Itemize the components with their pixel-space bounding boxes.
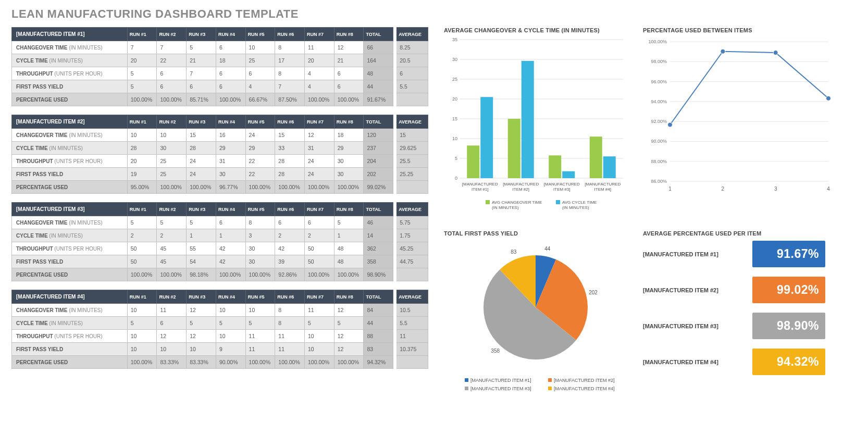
item-name: [MANUFACTURED ITEM #1] [11,27,128,41]
svg-text:92.00%: 92.00% [651,119,667,124]
svg-rect-28 [590,136,602,178]
svg-text:100.00%: 100.00% [648,39,667,44]
svg-text:88.00%: 88.00% [651,159,667,164]
svg-rect-16 [467,145,479,178]
svg-point-58 [668,122,673,127]
svg-rect-25 [562,171,575,178]
svg-text:83: 83 [511,249,517,255]
svg-text:15: 15 [452,116,457,121]
line-chart-svg: 86.00%88.00%90.00%92.00%94.00%96.00%98.0… [643,38,837,194]
svg-rect-66 [465,378,468,382]
svg-text:358: 358 [491,348,500,354]
svg-text:35: 35 [452,38,457,42]
svg-rect-17 [480,97,493,178]
svg-rect-32 [486,200,490,204]
svg-text:0: 0 [455,176,457,181]
svg-text:5: 5 [455,156,457,161]
item-table-2: [MANUFACTURED ITEM #2]RUN #1RUN #2RUN #3… [11,115,428,194]
svg-text:[MANUFACTURED ITEM #1]: [MANUFACTURED ITEM #1] [470,378,531,383]
kpi-tile-4: 94.32% [752,349,825,375]
svg-rect-70 [465,387,468,390]
svg-text:ITEM #1]: ITEM #1] [472,187,488,192]
kpi-tile-2: 99.02% [752,277,825,303]
bar-chart: AVERAGE CHANGEOVER & CYCLE TIME (IN MINU… [444,27,627,215]
svg-text:4: 4 [827,186,830,192]
svg-text:(IN MINUTES): (IN MINUTES) [492,205,519,210]
svg-rect-20 [508,119,520,178]
svg-point-60 [773,51,778,55]
svg-text:30: 30 [452,57,457,62]
item-table-3: [MANUFACTURED ITEM #3]RUN #1RUN #2RUN #3… [11,202,428,281]
svg-point-61 [826,96,831,101]
item-table-4: [MANUFACTURED ITEM #4]RUN #1RUN #2RUN #3… [11,290,428,369]
kpi-tile-1: 91.67% [752,241,825,267]
pie-chart-title: TOTAL FIRST PASS YIELD [444,230,627,237]
svg-rect-72 [548,387,552,390]
item-name: [MANUFACTURED ITEM #2] [11,115,128,129]
svg-text:ITEM #4]: ITEM #4] [594,187,611,192]
item-name: [MANUFACTURED ITEM #3] [11,202,128,216]
pie-chart-svg: 4420235883[MANUFACTURED ITEM #1][MANUFAC… [444,241,627,397]
svg-text:20: 20 [452,96,457,102]
kpi-tile-3: 98.90% [752,313,825,339]
svg-rect-24 [549,155,561,178]
kpi-label-3: [MANUFACTURED ITEM #3] [643,323,742,329]
line-chart-title: PERCENTAGE USED BETWEEN ITEMS [643,27,837,33]
kpi-label-1: [MANUFACTURED ITEM #1] [643,251,742,257]
pie-chart: TOTAL FIRST PASS YIELD 4420235883[MANUFA… [444,230,627,397]
svg-text:[MANUFACTURED: [MANUFACTURED [462,182,498,187]
svg-text:[MANUFACTURED: [MANUFACTURED [585,182,621,187]
svg-text:94.00%: 94.00% [651,99,667,104]
svg-text:AVG CYCLE TIME: AVG CYCLE TIME [562,200,597,205]
kpi-label-4: [MANUFACTURED ITEM #4] [643,359,742,365]
svg-text:(IN MINUTES): (IN MINUTES) [562,205,589,210]
svg-text:44: 44 [544,246,551,252]
svg-text:[MANUFACTURED ITEM #2]: [MANUFACTURED ITEM #2] [554,378,615,383]
svg-text:[MANUFACTURED ITEM #4]: [MANUFACTURED ITEM #4] [554,386,615,391]
tables-column: [MANUFACTURED ITEM #1]RUN #1RUN #2RUN #3… [11,27,428,397]
svg-text:2: 2 [722,186,725,192]
bar-chart-title: AVERAGE CHANGEOVER & CYCLE TIME (IN MINU… [444,27,627,33]
svg-text:86.00%: 86.00% [651,179,667,184]
dashboard-layout: [MANUFACTURED ITEM #1]RUN #1RUN #2RUN #3… [11,27,857,397]
svg-rect-35 [556,200,560,204]
svg-text:AVG CHANGEOVER TIME: AVG CHANGEOVER TIME [492,200,542,205]
svg-text:90.00%: 90.00% [651,139,667,144]
page-title: LEAN MANUFACTURING DASHBOARD TEMPLATE [11,7,857,21]
kpi-title: AVERAGE PERCENTAGE USED PER ITEM [643,230,837,237]
svg-text:202: 202 [589,290,598,295]
svg-text:3: 3 [774,186,777,192]
bar-chart-svg: 05101520253035[MANUFACTUREDITEM #1][MANU… [444,38,627,215]
svg-rect-21 [522,61,534,178]
svg-text:98.00%: 98.00% [651,59,667,64]
svg-text:96.00%: 96.00% [651,79,667,84]
kpi-label-2: [MANUFACTURED ITEM #2] [643,287,742,293]
svg-text:10: 10 [452,136,457,141]
svg-text:[MANUFACTURED: [MANUFACTURED [544,182,580,187]
item-name: [MANUFACTURED ITEM #4] [11,290,128,304]
charts-column: AVERAGE CHANGEOVER & CYCLE TIME (IN MINU… [444,27,857,397]
svg-point-59 [721,49,725,54]
svg-text:1: 1 [668,186,672,192]
svg-text:[MANUFACTURED: [MANUFACTURED [503,182,539,187]
svg-text:ITEM #2]: ITEM #2] [513,187,529,192]
svg-rect-29 [603,156,616,178]
item-table-1: [MANUFACTURED ITEM #1]RUN #1RUN #2RUN #3… [11,27,428,106]
svg-rect-68 [548,378,552,382]
svg-text:25: 25 [452,77,457,82]
kpi-block: AVERAGE PERCENTAGE USED PER ITEM [MANUFA… [643,230,837,397]
svg-text:ITEM #3]: ITEM #3] [553,187,570,192]
svg-text:[MANUFACTURED ITEM #3]: [MANUFACTURED ITEM #3] [470,386,531,391]
line-chart: PERCENTAGE USED BETWEEN ITEMS 86.00%88.0… [643,27,837,215]
